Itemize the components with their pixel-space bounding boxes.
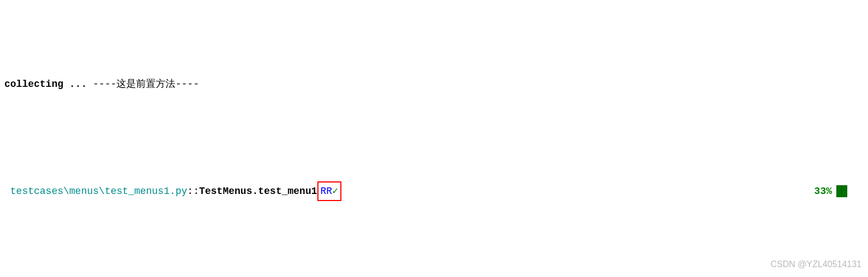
progress-container: 33% (814, 182, 864, 200)
progress-bar (836, 185, 864, 197)
rerun-marker: RR (321, 182, 333, 200)
test-sep: :: (187, 182, 199, 200)
test-path: testcases\menus\test_menus1.py (4, 182, 187, 200)
progress-percent: 33% (814, 182, 832, 200)
test-name: TestMenus.test_menu1 (199, 182, 317, 200)
setup-message: ----这是前置方法---- (87, 75, 199, 93)
watermark: CSDN @YZL40514131 (770, 257, 861, 273)
collecting-line: collecting ... ----这是前置方法---- (4, 75, 864, 93)
test-row: testcases\menus\test_menus1.py::TestMenu… (4, 181, 864, 201)
blank-line (4, 237, 864, 254)
collecting-label: collecting ... (4, 75, 87, 93)
blank-line (4, 128, 864, 146)
rerun-highlight-box: RR✓ (317, 181, 341, 201)
check-icon: ✓ (332, 182, 338, 200)
